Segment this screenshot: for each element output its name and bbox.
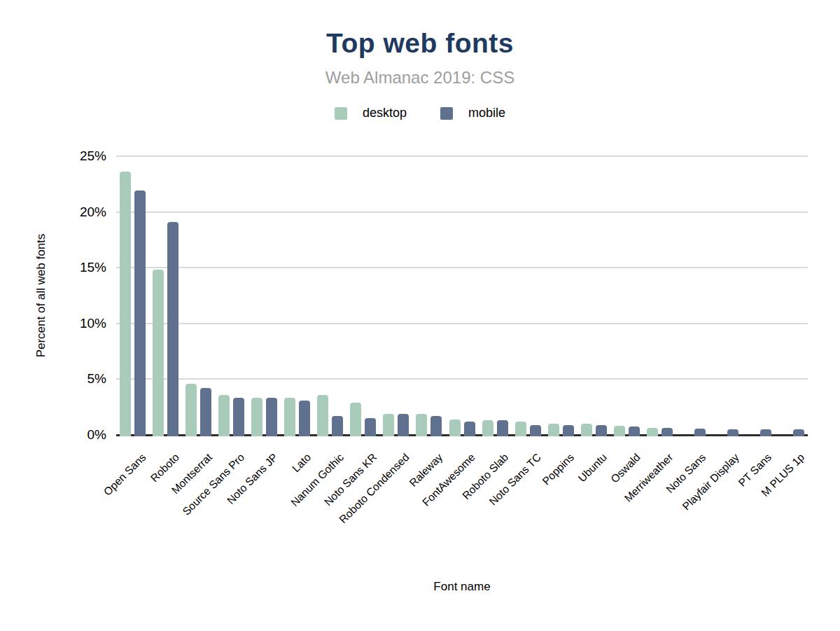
desktop-bar-fontawesome[interactable] — [449, 419, 461, 436]
x-tick-label: Open Sans — [102, 451, 149, 499]
desktop-bar-source-sans-pro[interactable] — [218, 395, 230, 436]
chart-legend: desktop mobile — [0, 106, 840, 120]
y-tick-label: 25% — [57, 148, 106, 164]
desktop-bar-roboto[interactable] — [153, 270, 164, 436]
desktop-bar-montserrat[interactable] — [186, 384, 197, 436]
mobile-bar-playfair-display[interactable] — [727, 429, 738, 436]
mobile-bar-roboto[interactable] — [167, 222, 178, 436]
mobile-bar-ubuntu[interactable] — [596, 425, 607, 436]
mobile-bar-oswald[interactable] — [629, 427, 640, 436]
mobile-bar-lato[interactable] — [299, 401, 310, 436]
mobile-bar-poppins[interactable] — [563, 425, 574, 436]
desktop-bar-merriweather[interactable] — [647, 428, 658, 436]
y-tick-label: 10% — [57, 316, 106, 331]
gridline-25 — [116, 155, 808, 157]
mobile-bar-nanum-gothic[interactable] — [332, 416, 343, 436]
mobile-bar-montserrat[interactable] — [200, 388, 211, 436]
mobile-bar-open-sans[interactable] — [134, 190, 146, 436]
gridline-5 — [116, 378, 808, 380]
desktop-bar-roboto-slab[interactable] — [482, 420, 493, 436]
desktop-bar-open-sans[interactable] — [120, 172, 131, 436]
y-axis-title: Percent of all web fonts — [34, 234, 48, 358]
mobile-bar-noto-sans-jp[interactable] — [266, 398, 277, 436]
desktop-bar-nanum-gothic[interactable] — [317, 395, 328, 436]
gridline-20 — [116, 212, 808, 213]
mobile-bar-m-plus-1p[interactable] — [793, 429, 804, 436]
desktop-bar-roboto-condensed[interactable] — [383, 414, 394, 436]
x-tick-label: Lato — [289, 451, 313, 475]
mobile-bar-noto-sans[interactable] — [694, 429, 706, 436]
desktop-bar-ubuntu[interactable] — [581, 424, 592, 436]
mobile-bar-roboto-slab[interactable] — [497, 420, 508, 436]
mobile-bar-pt-sans[interactable] — [760, 429, 771, 436]
desktop-bar-noto-sans-tc[interactable] — [515, 422, 526, 436]
gridline-10 — [116, 323, 808, 324]
desktop-bar-lato[interactable] — [284, 398, 295, 436]
mobile-bar-noto-sans-kr[interactable] — [365, 418, 376, 436]
legend-label-desktop: desktop — [363, 106, 407, 120]
legend-label-mobile: mobile — [468, 106, 505, 120]
mobile-swatch-icon — [440, 107, 453, 120]
y-tick-label: 5% — [57, 371, 106, 387]
mobile-bar-source-sans-pro[interactable] — [233, 398, 244, 436]
legend-item-desktop: desktop — [335, 106, 407, 120]
mobile-bar-fontawesome[interactable] — [464, 422, 475, 436]
x-tick-label: Playfair Display — [680, 451, 741, 513]
desktop-bar-poppins[interactable] — [548, 424, 559, 436]
mobile-bar-raleway[interactable] — [430, 416, 442, 436]
desktop-bar-noto-sans-kr[interactable] — [350, 403, 361, 436]
x-axis-title: Font name — [116, 580, 808, 594]
y-tick-label: 20% — [57, 204, 106, 220]
gridline-15 — [116, 267, 808, 268]
desktop-swatch-icon — [335, 107, 347, 120]
mobile-bar-roboto-condensed[interactable] — [398, 414, 409, 436]
mobile-bar-noto-sans-tc[interactable] — [530, 425, 541, 436]
legend-item-mobile: mobile — [440, 106, 505, 120]
desktop-bar-oswald[interactable] — [614, 426, 625, 436]
desktop-bar-raleway[interactable] — [416, 414, 427, 436]
chart-title: Top web fonts — [0, 28, 840, 59]
y-tick-label: 0% — [57, 427, 106, 443]
desktop-bar-noto-sans-jp[interactable] — [251, 398, 262, 436]
x-tick-label: Poppins — [540, 451, 577, 487]
mobile-bar-merriweather[interactable] — [662, 428, 673, 436]
y-tick-label: 15% — [57, 260, 106, 275]
chart-figure: Top web fonts Web Almanac 2019: CSS desk… — [0, 0, 840, 631]
x-tick-label: Ubuntu — [576, 451, 610, 485]
chart-subtitle: Web Almanac 2019: CSS — [0, 68, 840, 88]
